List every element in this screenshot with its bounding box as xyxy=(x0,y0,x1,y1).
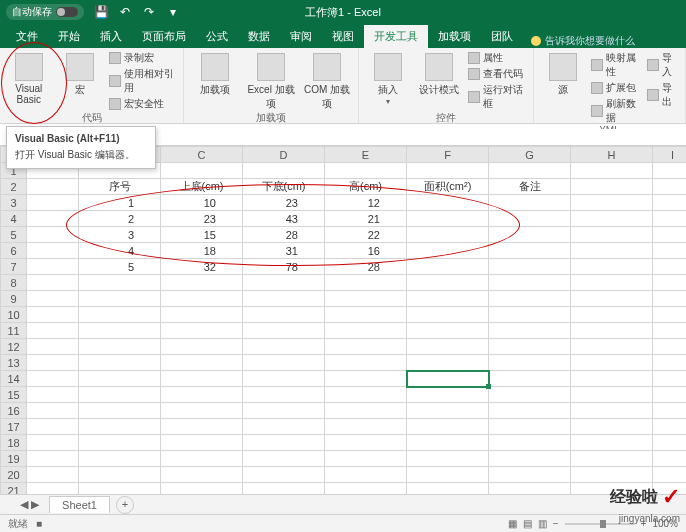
macro-button[interactable]: 宏 xyxy=(57,51,102,111)
tab-developer[interactable]: 开发工具 xyxy=(364,25,428,48)
row-header[interactable]: 13 xyxy=(1,355,27,371)
run-dialog-button[interactable]: 运行对话框 xyxy=(468,83,527,111)
cell[interactable]: 2 xyxy=(79,211,161,227)
import-button[interactable]: 导入 xyxy=(647,51,679,79)
cell[interactable]: 28 xyxy=(325,259,407,275)
col-header[interactable]: C xyxy=(161,147,243,163)
macro-security-button[interactable]: 宏安全性 xyxy=(109,97,177,111)
row-header[interactable]: 8 xyxy=(1,275,27,291)
cell[interactable]: 下底(cm) xyxy=(243,179,325,195)
tab-addins[interactable]: 加载项 xyxy=(428,25,481,48)
view-break-icon[interactable]: ▥ xyxy=(538,518,547,529)
sheet-nav[interactable]: ◀ ▶ xyxy=(20,498,39,511)
cell[interactable]: 16 xyxy=(325,243,407,259)
refresh-data-button[interactable]: 刷新数据 xyxy=(591,97,641,125)
expand-pack-button[interactable]: 扩展包 xyxy=(591,81,641,95)
cell[interactable]: 32 xyxy=(161,259,243,275)
row-header[interactable]: 2 xyxy=(1,179,27,195)
cell[interactable]: 31 xyxy=(243,243,325,259)
visual-basic-button[interactable]: Visual Basic xyxy=(6,51,51,111)
row-header[interactable]: 12 xyxy=(1,339,27,355)
cell[interactable]: 23 xyxy=(243,195,325,211)
row-header[interactable]: 5 xyxy=(1,227,27,243)
tab-file[interactable]: 文件 xyxy=(6,25,48,48)
cell[interactable]: 15 xyxy=(161,227,243,243)
save-icon[interactable]: 💾 xyxy=(94,5,108,19)
row-header[interactable]: 10 xyxy=(1,307,27,323)
redo-icon[interactable]: ↷ xyxy=(142,5,156,19)
formula-input[interactable] xyxy=(114,129,686,141)
excel-addin-button[interactable]: Excel 加载项 xyxy=(246,51,296,111)
zoom-out-button[interactable]: − xyxy=(553,518,559,529)
cell[interactable]: 3 xyxy=(79,227,161,243)
insert-control-button[interactable]: 插入▾ xyxy=(365,51,410,111)
row-header[interactable]: 7 xyxy=(1,259,27,275)
row-header[interactable]: 4 xyxy=(1,211,27,227)
cell[interactable]: 面积(cm²) xyxy=(407,179,489,195)
col-header[interactable]: H xyxy=(571,147,653,163)
tab-review[interactable]: 审阅 xyxy=(280,25,322,48)
col-header[interactable]: I xyxy=(653,147,687,163)
row-header[interactable]: 20 xyxy=(1,467,27,483)
row-header[interactable]: 14 xyxy=(1,371,27,387)
tell-me[interactable]: 告诉我你想要做什么 xyxy=(531,34,635,48)
cell[interactable]: 22 xyxy=(325,227,407,243)
row-header[interactable]: 18 xyxy=(1,435,27,451)
view-layout-icon[interactable]: ▤ xyxy=(523,518,532,529)
auto-save-toggle[interactable]: 自动保存 xyxy=(6,4,84,20)
row-header[interactable]: 9 xyxy=(1,291,27,307)
col-header[interactable]: G xyxy=(489,147,571,163)
row-header[interactable]: 11 xyxy=(1,323,27,339)
row-header[interactable]: 6 xyxy=(1,243,27,259)
tab-insert[interactable]: 插入 xyxy=(90,25,132,48)
qat-more-icon[interactable]: ▾ xyxy=(166,5,180,19)
cell[interactable]: 28 xyxy=(243,227,325,243)
cell[interactable]: 上底(cm) xyxy=(161,179,243,195)
macro-record-icon[interactable]: ■ xyxy=(36,518,42,529)
map-properties-button[interactable]: 映射属性 xyxy=(591,51,641,79)
tab-data[interactable]: 数据 xyxy=(238,25,280,48)
cell[interactable]: 4 xyxy=(79,243,161,259)
col-header[interactable]: F xyxy=(407,147,489,163)
record-macro-button[interactable]: 录制宏 xyxy=(109,51,177,65)
xml-source-button[interactable]: 源 xyxy=(540,51,585,125)
cell[interactable]: 18 xyxy=(161,243,243,259)
export-button[interactable]: 导出 xyxy=(647,81,679,109)
row-header[interactable]: 16 xyxy=(1,403,27,419)
cell[interactable]: 43 xyxy=(243,211,325,227)
cell[interactable]: 高(cm) xyxy=(325,179,407,195)
relative-ref-button[interactable]: 使用相对引用 xyxy=(109,67,177,95)
row-header[interactable]: 3 xyxy=(1,195,27,211)
cell[interactable]: 10 xyxy=(161,195,243,211)
row-header[interactable]: 15 xyxy=(1,387,27,403)
tab-home[interactable]: 开始 xyxy=(48,25,90,48)
view-code-button[interactable]: 查看代码 xyxy=(468,67,527,81)
col-header[interactable]: E xyxy=(325,147,407,163)
properties-button[interactable]: 属性 xyxy=(468,51,527,65)
tab-team[interactable]: 团队 xyxy=(481,25,523,48)
cell[interactable]: 5 xyxy=(79,259,161,275)
add-sheet-button[interactable]: + xyxy=(116,496,134,514)
cell[interactable]: 12 xyxy=(325,195,407,211)
cell[interactable]: 1 xyxy=(79,195,161,211)
active-cell[interactable] xyxy=(407,371,489,387)
tab-formulas[interactable]: 公式 xyxy=(196,25,238,48)
spreadsheet-grid[interactable]: A B C D E F G H I 1 2 序号 上底(cm) 下底(cm) 高… xyxy=(0,146,686,500)
sheet-tab[interactable]: Sheet1 xyxy=(49,496,110,513)
tab-view[interactable]: 视图 xyxy=(322,25,364,48)
group-label-addins: 加载项 xyxy=(190,111,352,127)
design-mode-button[interactable]: 设计模式 xyxy=(416,51,461,111)
row-header[interactable]: 19 xyxy=(1,451,27,467)
row-header[interactable]: 17 xyxy=(1,419,27,435)
addin-button[interactable]: 加载项 xyxy=(190,51,240,111)
view-normal-icon[interactable]: ▦ xyxy=(508,518,517,529)
cell[interactable]: 备注 xyxy=(489,179,571,195)
col-header[interactable]: D xyxy=(243,147,325,163)
cell[interactable]: 序号 xyxy=(79,179,161,195)
cell[interactable]: 21 xyxy=(325,211,407,227)
tab-layout[interactable]: 页面布局 xyxy=(132,25,196,48)
cell[interactable]: 23 xyxy=(161,211,243,227)
com-addin-button[interactable]: COM 加载项 xyxy=(302,51,352,111)
undo-icon[interactable]: ↶ xyxy=(118,5,132,19)
cell[interactable]: 78 xyxy=(243,259,325,275)
